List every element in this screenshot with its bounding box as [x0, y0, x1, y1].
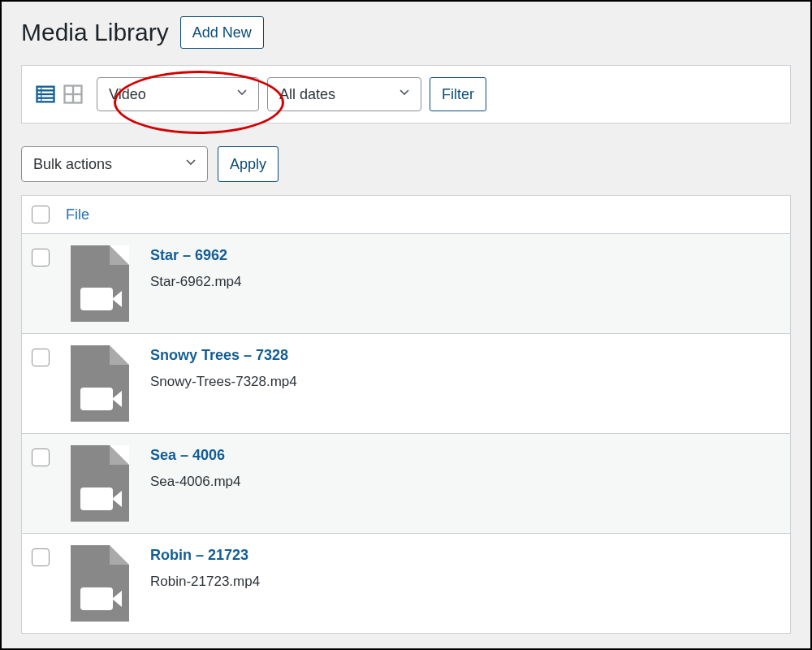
date-filter-select[interactable]: All dates	[267, 77, 421, 111]
file-title-link[interactable]: Sea – 4006	[150, 447, 241, 464]
row-checkbox[interactable]	[32, 548, 50, 566]
grid-view-icon[interactable]	[61, 82, 85, 106]
video-file-icon[interactable]	[71, 445, 129, 522]
bulk-actions-select[interactable]: Bulk actions	[21, 146, 208, 182]
svg-rect-3	[38, 92, 41, 93]
file-name: Star-6962.mp4	[150, 274, 241, 290]
list-view-icon[interactable]	[33, 82, 58, 106]
file-info: Snowy Trees – 7328 Snowy-Trees-7328.mp4	[150, 345, 297, 390]
table-row: Snowy Trees – 7328 Snowy-Trees-7328.mp4	[21, 334, 791, 434]
file-title-link[interactable]: Snowy Trees – 7328	[150, 347, 297, 364]
svg-rect-2	[41, 88, 53, 89]
svg-rect-8	[41, 99, 53, 101]
view-mode-toggle	[33, 82, 85, 106]
page-title: Media Library	[21, 19, 169, 46]
chevron-down-icon	[396, 84, 412, 105]
filter-toolbar: Video All dates Filter	[21, 65, 791, 124]
media-type-value: Video	[109, 86, 146, 103]
table-row: Robin – 21723 Robin-21723.mp4	[21, 534, 791, 634]
table-row: Sea – 4006 Sea-4006.mp4	[21, 434, 791, 534]
row-checkbox[interactable]	[32, 249, 50, 266]
date-filter-value: All dates	[279, 86, 335, 103]
table-row: Star – 6962 Star-6962.mp4	[21, 234, 791, 334]
select-all-checkbox[interactable]	[32, 206, 50, 223]
video-file-icon[interactable]	[71, 245, 129, 322]
svg-rect-7	[38, 99, 41, 101]
table-header-row: File	[21, 195, 791, 234]
file-name: Robin-21723.mp4	[150, 574, 260, 590]
video-file-icon[interactable]	[71, 345, 129, 422]
file-info: Star – 6962 Star-6962.mp4	[150, 245, 241, 290]
row-checkbox[interactable]	[32, 448, 50, 466]
file-info: Sea – 4006 Sea-4006.mp4	[150, 445, 241, 490]
add-new-button[interactable]: Add New	[180, 16, 264, 49]
bulk-actions-row: Bulk actions Apply	[21, 146, 791, 182]
svg-rect-6	[41, 95, 53, 97]
chevron-down-icon	[234, 84, 250, 105]
page-header: Media Library Add New	[2, 2, 810, 58]
video-file-icon[interactable]	[71, 545, 129, 622]
svg-rect-4	[41, 92, 53, 93]
file-column-header[interactable]: File	[66, 206, 89, 223]
file-name: Sea-4006.mp4	[150, 474, 241, 490]
chevron-down-icon	[183, 154, 199, 175]
svg-rect-1	[38, 88, 41, 89]
file-title-link[interactable]: Star – 6962	[150, 247, 241, 264]
bulk-actions-value: Bulk actions	[33, 156, 112, 173]
svg-rect-5	[38, 95, 41, 97]
filter-button[interactable]: Filter	[430, 77, 486, 111]
file-name: Snowy-Trees-7328.mp4	[150, 374, 297, 390]
media-type-select[interactable]: Video	[97, 77, 259, 111]
row-checkbox[interactable]	[32, 349, 50, 366]
media-table: File Star – 6962 Star-6962.mp4 Snowy Tre…	[21, 195, 791, 634]
apply-button[interactable]: Apply	[218, 146, 279, 182]
file-info: Robin – 21723 Robin-21723.mp4	[150, 545, 260, 590]
file-title-link[interactable]: Robin – 21723	[150, 547, 260, 564]
